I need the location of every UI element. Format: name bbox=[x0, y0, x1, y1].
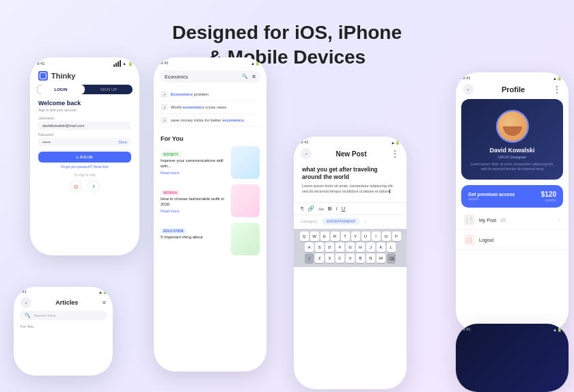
key-p[interactable]: P bbox=[392, 232, 401, 241]
category-value[interactable]: ENTERTAINENT bbox=[323, 218, 359, 225]
key-s[interactable]: S bbox=[315, 242, 324, 252]
key-o[interactable]: O bbox=[382, 232, 391, 241]
underline-icon[interactable]: U bbox=[342, 206, 346, 212]
key-d[interactable]: D bbox=[325, 242, 334, 252]
password-label: Password bbox=[38, 132, 131, 137]
menu-item-logout[interactable]: ⬚ Logout bbox=[456, 230, 569, 250]
back-button[interactable]: ‹ bbox=[463, 84, 474, 95]
login-form: Welcome back Sign in with your account U… bbox=[30, 94, 139, 198]
menu-item-mypost[interactable]: 📄 My Post 45 › bbox=[456, 210, 569, 230]
more-options-icon[interactable]: ⋮ bbox=[391, 149, 400, 158]
key-r[interactable]: R bbox=[331, 232, 340, 241]
suggestion-arrow-icon: ↗ bbox=[161, 91, 167, 98]
article-card[interactable]: EDUCATION 5 Important thing about bbox=[161, 223, 260, 255]
arrow-icon: › bbox=[558, 217, 560, 223]
key-w[interactable]: W bbox=[310, 232, 319, 241]
facebook-login-btn[interactable]: f bbox=[87, 180, 100, 193]
card-title: How to choose fashionable outfit in 2020 bbox=[161, 197, 227, 208]
key-l[interactable]: L bbox=[387, 242, 396, 252]
key-e[interactable]: E bbox=[320, 232, 329, 241]
key-g[interactable]: G bbox=[346, 242, 355, 252]
keyboard: Q W E R T Y U I O P A S D F G H J K L ⇧ … bbox=[294, 229, 407, 267]
suggestion-item[interactable]: ↗ Economics problem bbox=[161, 88, 260, 101]
key-n[interactable]: N bbox=[366, 253, 375, 263]
logout-icon: ⬚ bbox=[464, 234, 475, 245]
article-card[interactable]: SOCIETY Improve your communications skil… bbox=[161, 146, 260, 179]
suggestion-item[interactable]: ↗ save money tricks for better economics bbox=[161, 114, 260, 127]
font-size-icon[interactable]: Aa bbox=[318, 207, 323, 211]
show-password-btn[interactable]: Show bbox=[118, 140, 127, 144]
filter-icon[interactable]: ≡ bbox=[252, 73, 256, 80]
card-image bbox=[231, 184, 260, 217]
key-b[interactable]: B bbox=[356, 253, 365, 263]
key-shift[interactable]: ⇧ bbox=[305, 253, 314, 263]
key-q[interactable]: Q bbox=[300, 232, 309, 241]
profile-header: ‹ Profile ⋮ bbox=[456, 83, 569, 99]
more-options-icon[interactable]: ⋮ bbox=[553, 85, 562, 94]
post-content: what you get after traveling around the … bbox=[294, 163, 407, 202]
phone-login: 9:41 ▲🔋 Thinky LOGIN SIGN UP Welcome bac… bbox=[30, 57, 139, 255]
card-title: Improve your communications skill with..… bbox=[161, 158, 227, 169]
welcome-subtitle: Sign in with your account bbox=[38, 108, 131, 112]
key-i[interactable]: I bbox=[372, 232, 381, 241]
avatar bbox=[496, 110, 529, 143]
phone-profile: 9:41 ▲🔋 ‹ Profile ⋮ David Kowalski UI/UX… bbox=[456, 72, 569, 332]
card-title: 5 Important thing about bbox=[161, 235, 227, 240]
username-input[interactable]: davidkowalski@mail.com bbox=[38, 122, 131, 130]
italic-icon[interactable]: I bbox=[336, 206, 337, 212]
status-bar: 9:41 ▲🔋 bbox=[294, 137, 407, 147]
status-bar: 9:41 ▲🔋 bbox=[154, 57, 266, 68]
profile-bio: Lorem ipsum dolor sit amet, consectetur … bbox=[469, 162, 555, 171]
search-input[interactable]: Economics 🔍 ≡ bbox=[159, 70, 261, 83]
key-v[interactable]: V bbox=[346, 253, 355, 263]
category-arrow-icon: › bbox=[365, 219, 366, 224]
suggestion-item[interactable]: ↗ World economics crysis news bbox=[161, 101, 260, 114]
premium-price: $120 months bbox=[541, 191, 556, 202]
back-button[interactable]: ‹ bbox=[301, 148, 312, 159]
key-f[interactable]: F bbox=[336, 242, 344, 252]
filter-icon[interactable]: ≡ bbox=[102, 299, 106, 306]
premium-label: Get premium access bbox=[468, 192, 515, 197]
app-logo-icon bbox=[38, 71, 48, 81]
profile-role: UI/UX Designer bbox=[469, 155, 555, 159]
key-z[interactable]: Z bbox=[315, 253, 324, 263]
newpost-title: New Post bbox=[336, 150, 366, 158]
back-button[interactable]: ‹ bbox=[20, 297, 31, 308]
key-x[interactable]: X bbox=[325, 253, 334, 263]
bold-icon[interactable]: B bbox=[328, 206, 332, 212]
suggestion-arrow-icon: ↗ bbox=[161, 117, 167, 124]
key-y[interactable]: Y bbox=[351, 232, 360, 241]
google-login-btn[interactable]: G bbox=[70, 180, 82, 193]
search-icon: 🔍 bbox=[242, 74, 248, 79]
key-k[interactable]: K bbox=[377, 242, 385, 252]
key-u[interactable]: U bbox=[361, 232, 370, 241]
link-icon[interactable]: 🔗 bbox=[308, 206, 314, 212]
category-label: Category bbox=[301, 219, 317, 223]
key-t[interactable]: T bbox=[341, 232, 350, 241]
premium-banner[interactable]: Get premium access access $120 months bbox=[461, 185, 563, 208]
key-h[interactable]: H bbox=[356, 242, 365, 252]
key-m[interactable]: M bbox=[377, 253, 385, 263]
search-bar[interactable]: 🔍 Search here bbox=[19, 311, 107, 320]
for-you-label: For You bbox=[14, 323, 113, 330]
social-login-row: G f bbox=[38, 180, 131, 193]
login-button[interactable]: LOGIN bbox=[38, 152, 131, 163]
key-j[interactable]: J bbox=[366, 242, 375, 252]
card-tag: SOCIETY bbox=[161, 152, 181, 157]
article-card[interactable]: WOMAN How to choose fashionable outfit i… bbox=[161, 184, 260, 217]
search-icon: 🔍 bbox=[25, 313, 31, 318]
card-tag: EDUCATION bbox=[161, 228, 186, 234]
profile-banner: David Kowalski UI/UX Designer Lorem ipsu… bbox=[461, 99, 563, 180]
tab-login[interactable]: LOGIN bbox=[37, 85, 85, 94]
key-c[interactable]: C bbox=[336, 253, 344, 263]
password-input[interactable]: •••••• Show bbox=[38, 138, 131, 146]
tab-signup[interactable]: SIGN UP bbox=[85, 85, 133, 94]
read-more-link[interactable]: Read more bbox=[161, 209, 227, 213]
key-delete[interactable]: ⌫ bbox=[387, 253, 396, 263]
key-a[interactable]: A bbox=[305, 242, 314, 252]
read-more-link[interactable]: Read more bbox=[161, 171, 227, 175]
username-label: Username bbox=[38, 116, 131, 120]
paragraph-icon[interactable]: ¶ bbox=[301, 206, 303, 212]
mypost-count: 45 bbox=[500, 218, 506, 223]
signal-battery: ▲🔋 bbox=[391, 140, 400, 145]
